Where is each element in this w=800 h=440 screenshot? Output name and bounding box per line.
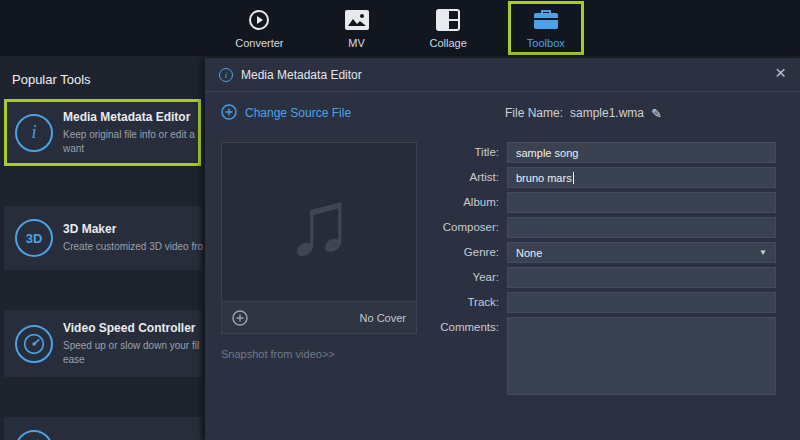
file-name-label: File Name:	[505, 106, 563, 120]
genre-selected-value: None	[516, 247, 542, 259]
sidebar-item-video-speed-controller[interactable]: Video Speed Controller Speed up or slow …	[4, 310, 201, 377]
edit-filename-icon[interactable]: ✎	[651, 106, 662, 121]
file-name-value: sample1.wma	[570, 106, 644, 120]
dialog-title: Media Metadata Editor	[241, 68, 362, 82]
tool-name: Media Metadata Editor	[63, 110, 195, 124]
tool-name: 3D Maker	[63, 222, 203, 236]
music-note-icon: ♫	[222, 143, 416, 301]
artist-input[interactable]: bruno mars	[507, 167, 776, 188]
dialog-header: i Media Metadata Editor ×	[205, 58, 800, 92]
composer-label: Composer:	[439, 217, 507, 238]
nav-label-collage: Collage	[430, 37, 467, 49]
title-input[interactable]: sample song	[507, 142, 776, 163]
collage-icon	[436, 8, 460, 32]
text-caret	[573, 172, 574, 184]
dialog-content: ♫ No Cover Snapshot from video>> Title: …	[205, 134, 800, 399]
close-icon[interactable]: ×	[775, 63, 786, 82]
composer-input[interactable]	[507, 217, 776, 238]
change-source-file-label: Change Source File	[245, 106, 351, 120]
year-input[interactable]	[507, 267, 776, 288]
plus-circle-icon	[221, 104, 237, 123]
tool-description: Keep original file info or edit a	[63, 128, 195, 142]
chevron-down-icon: ▼	[759, 248, 767, 257]
genre-dropdown[interactable]: None ▼	[507, 242, 776, 263]
nav-label-converter: Converter	[235, 37, 283, 49]
mv-icon	[344, 8, 370, 32]
tool-description: Create customized 3D video fro	[63, 240, 203, 254]
info-icon: i	[219, 68, 233, 82]
year-label: Year:	[439, 267, 507, 288]
top-navigation-bar: Converter MV Collage Toolbox	[0, 0, 800, 56]
3d-circle-icon: 3D	[15, 219, 53, 257]
album-input[interactable]	[507, 192, 776, 213]
nav-label-mv: MV	[348, 37, 365, 49]
nav-item-mv[interactable]: MV	[325, 1, 389, 55]
comments-label: Comments:	[439, 317, 507, 338]
sidebar-title: Popular Tools	[0, 56, 205, 99]
nav-item-converter[interactable]: Converter	[216, 1, 302, 55]
cover-art-panel: ♫ No Cover	[221, 142, 417, 334]
popular-tools-sidebar: Popular Tools i Media Metadata Editor Ke…	[0, 56, 205, 440]
sidebar-item-media-metadata-editor[interactable]: i Media Metadata Editor Keep original fi…	[4, 99, 201, 166]
no-cover-label: No Cover	[360, 312, 406, 324]
file-name-display: File Name: sample1.wma ✎	[505, 106, 662, 121]
change-source-file-button[interactable]: Change Source File	[221, 104, 351, 123]
track-label: Track:	[439, 292, 507, 313]
info-circle-icon: i	[15, 114, 53, 152]
sidebar-item-3d-maker[interactable]: 3D 3D Maker Create customized 3D video f…	[4, 206, 201, 270]
rotate-icon	[15, 430, 53, 440]
nav-label-toolbox: Toolbox	[527, 37, 565, 49]
comments-textarea[interactable]	[507, 317, 776, 395]
track-input[interactable]	[507, 292, 776, 313]
sidebar-item-video-rotator[interactable]: Video Rotator	[4, 417, 201, 440]
tool-description: want	[63, 142, 195, 156]
snapshot-from-video-link[interactable]: Snapshot from video>>	[221, 348, 417, 360]
tool-description: Speed up or slow down your fil	[63, 339, 199, 353]
speedometer-icon	[15, 325, 53, 363]
album-label: Album:	[439, 192, 507, 213]
genre-label: Genre:	[439, 242, 507, 263]
cover-footer: No Cover	[222, 301, 416, 333]
title-label: Title:	[439, 142, 507, 163]
tool-description: ease	[63, 353, 199, 367]
dialog-toolbar: Change Source File File Name: sample1.wm…	[205, 92, 800, 134]
toolbox-icon	[533, 8, 559, 32]
tool-name: Video Speed Controller	[63, 321, 199, 335]
media-metadata-editor-dialog: i Media Metadata Editor × Change Source …	[205, 58, 800, 440]
nav-item-collage[interactable]: Collage	[411, 1, 486, 55]
add-cover-icon[interactable]	[232, 310, 248, 326]
nav-item-toolbox[interactable]: Toolbox	[508, 1, 584, 55]
artist-label: Artist:	[439, 167, 507, 188]
converter-icon	[247, 8, 271, 32]
metadata-form: Title: sample song Artist: bruno mars Al…	[439, 142, 776, 399]
